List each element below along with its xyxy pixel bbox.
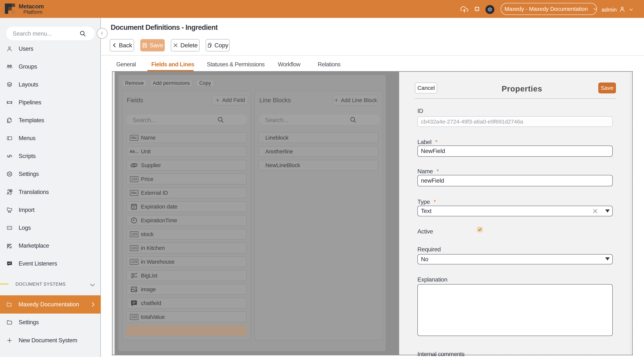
svg-text:21: 21: [132, 206, 136, 209]
